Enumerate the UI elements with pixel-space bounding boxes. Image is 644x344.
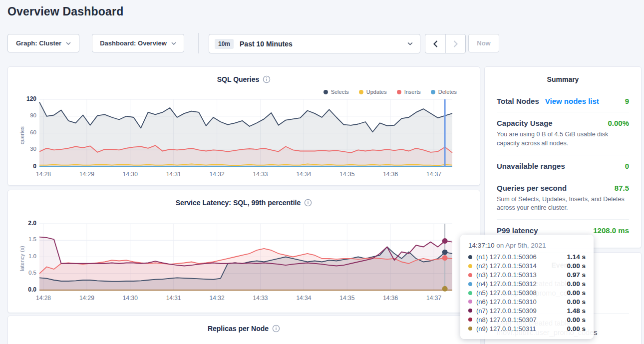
service-latency-card: Service Latency: SQL, 99th percentile la… (7, 190, 480, 313)
node-address: (n4) 127.0.0.1:50312 (476, 280, 537, 288)
summary-items: Total Nodes View nodes list 9 Capacity U… (485, 87, 641, 241)
chart-tooltip: 14:37:10 on Apr 5th, 2021 (n1) 127.0.0.1… (460, 235, 594, 339)
node-address: (n8) 127.0.0.1:50307 (476, 316, 537, 324)
summary-queries-per-second: Queries per second 87.5 Sum of Selects, … (497, 177, 629, 220)
graph-dropdown[interactable]: Graph: Cluster (7, 34, 79, 52)
service-latency-title: Service Latency: SQL, 99th percentile (8, 199, 480, 207)
tooltip-node-row: (n8) 127.0.0.1:503070.00 s (468, 315, 586, 324)
node-latency-value: 0.00 s (567, 298, 586, 306)
time-next-button[interactable] (445, 34, 465, 53)
summary-value: 87.5 (615, 184, 629, 192)
node-color-dot-icon (468, 309, 472, 313)
legend-item-inserts[interactable]: Inserts (397, 89, 421, 95)
summary-unavailable-ranges: Unavailable ranges 0 (497, 155, 629, 177)
sql-queries-card: SQL Queries Selects Updates Inserts Dele… (7, 66, 480, 186)
tooltip-node-row: (n2) 127.0.0.1:503140.00 s (468, 262, 586, 271)
service-latency-chart[interactable] (39, 224, 452, 290)
chevron-down-icon (66, 42, 71, 45)
legend-item-selects[interactable]: Selects (323, 89, 349, 95)
view-nodes-list-link[interactable]: View nodes list (545, 97, 599, 105)
summary-panel: Summary Total Nodes View nodes list 9 Ca… (484, 66, 642, 248)
selects-dot-icon (323, 90, 328, 94)
node-color-dot-icon (468, 327, 472, 331)
time-range-dropdown[interactable]: 10m Past 10 Minutes (209, 34, 420, 53)
sql-queries-chart[interactable] (39, 99, 452, 167)
time-prev-button[interactable] (425, 34, 445, 53)
node-address: (n1) 127.0.0.1:50306 (476, 253, 537, 261)
node-address: (n2) 127.0.0.1:50314 (476, 262, 537, 270)
sql-queries-title: SQL Queries (8, 75, 480, 83)
node-color-dot-icon (468, 291, 472, 295)
node-latency-value: 0.00 s (567, 262, 586, 270)
time-step-buttons (425, 34, 466, 53)
time-range-label: Past 10 Minutes (240, 40, 293, 48)
summary-label: Capacity Usage (497, 119, 553, 127)
node-latency-value: 1.48 s (567, 307, 586, 315)
node-latency-value: 0.00 s (567, 289, 586, 297)
legend-item-updates[interactable]: Updates (359, 89, 387, 95)
chevron-down-icon (171, 42, 176, 45)
time-range-badge: 10m (215, 39, 234, 49)
summary-total-nodes: Total Nodes View nodes list 9 (497, 90, 629, 112)
chevron-left-icon (433, 40, 438, 47)
chart-title-text: Service Latency: SQL, 99th percentile (176, 199, 301, 207)
summary-capacity-usage: Capacity Usage 0.00% You are using 0 B o… (497, 112, 629, 155)
node-color-dot-icon (468, 318, 472, 322)
info-icon[interactable] (263, 75, 271, 83)
node-address: (n3) 127.0.0.1:50313 (476, 271, 537, 279)
legend-label: Selects (331, 89, 349, 95)
tooltip-node-row: (n7) 127.0.0.1:503091.48 s (468, 306, 586, 315)
summary-label: Queries per second (497, 184, 567, 192)
summary-value: 0.00% (608, 119, 629, 127)
controls-divider (198, 33, 199, 53)
node-color-dot-icon (468, 273, 472, 277)
replicas-per-node-card: Replicas per Node (7, 316, 480, 344)
summary-title: Summary (485, 67, 641, 83)
node-latency-value: 1.14 s (567, 253, 586, 261)
inserts-dot-icon (397, 90, 401, 94)
chart-title-text: Replicas per Node (208, 325, 269, 333)
replicas-per-node-title: Replicas per Node (8, 325, 480, 333)
sql-y-axis-ticks: 1209060300 (8, 99, 36, 167)
graph-dropdown-label: Graph: Cluster (16, 39, 61, 47)
page-title: Overview Dashboard (7, 5, 123, 18)
node-latency-value: 0.97 s (567, 271, 586, 279)
legend-item-deletes[interactable]: Deletes (431, 89, 457, 95)
info-icon[interactable] (304, 199, 312, 207)
now-button[interactable]: Now (468, 34, 499, 52)
tooltip-node-row: (n5) 127.0.0.1:503080.00 s (468, 289, 586, 298)
summary-description: You are using 0 B of 4.5 GiB usable disk… (497, 130, 629, 148)
node-latency-value: 0.00 s (567, 325, 586, 333)
node-color-dot-icon (468, 255, 472, 259)
updates-dot-icon (359, 90, 363, 94)
chevron-right-icon (453, 40, 458, 47)
dashboard-dropdown[interactable]: Dashboard: Overview (92, 34, 184, 52)
tooltip-node-row: (n3) 127.0.0.1:503130.97 s (468, 271, 586, 280)
node-latency-value: 0.00 s (567, 280, 586, 288)
dashboard-dropdown-label: Dashboard: Overview (100, 39, 167, 47)
legend-label: Inserts (404, 89, 421, 95)
legend-label: Updates (366, 89, 387, 95)
node-color-dot-icon (468, 300, 472, 304)
chart-title-text: SQL Queries (217, 75, 260, 83)
tooltip-node-row: (n9) 127.0.0.1:503110.00 s (468, 324, 586, 333)
legend-label: Deletes (438, 89, 457, 95)
summary-label: Unavailable ranges (497, 162, 565, 170)
info-icon[interactable] (272, 325, 280, 333)
summary-label: P99 latency (497, 226, 538, 235)
node-address: (n7) 127.0.0.1:50309 (476, 307, 537, 315)
deletes-dot-icon (431, 90, 435, 94)
tooltip-time: 14:37:10 (468, 242, 495, 249)
tooltip-date: on Apr 5th, 2021 (495, 242, 546, 249)
node-address: (n5) 127.0.0.1:50308 (476, 289, 537, 297)
tooltip-node-row: (n1) 127.0.0.1:503061.14 s (468, 253, 586, 262)
summary-description: Sum of Selects, Updates, Inserts, and De… (497, 195, 629, 213)
node-address: (n9) 127.0.0.1:50311 (476, 325, 536, 333)
sql-chart-legend: Selects Updates Inserts Deletes (323, 89, 457, 95)
tooltip-node-row: (n6) 127.0.0.1:503100.00 s (468, 297, 586, 306)
sql-x-axis-ticks: 14:2814:2914:3014:3114:3214:3314:3414:35… (39, 171, 452, 179)
latency-x-axis-ticks: 14:2814:2914:3014:3114:3214:3314:3414:35… (39, 295, 452, 303)
tooltip-timestamp: 14:37:10 on Apr 5th, 2021 (468, 242, 586, 249)
summary-value: 9 (625, 97, 629, 105)
summary-value: 1208.0 ms (593, 226, 629, 235)
